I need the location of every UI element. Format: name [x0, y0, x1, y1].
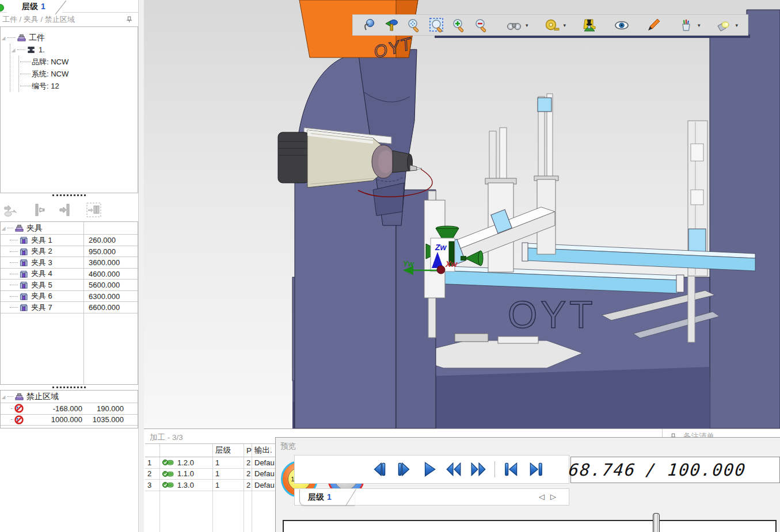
no-entry-icon	[14, 415, 24, 424]
forbidden-root-row[interactable]: ◢ 禁止区域	[1, 391, 138, 403]
workpiece-icon	[17, 33, 26, 42]
col-level[interactable]: 层级	[213, 444, 244, 457]
move-right-button[interactable]	[58, 201, 75, 219]
annotation-tools-icon[interactable]	[678, 17, 695, 34]
step-back-button[interactable]	[371, 461, 388, 478]
fixture-icon	[19, 258, 29, 267]
fast-forward-button[interactable]	[470, 461, 487, 478]
skip-end-button[interactable]	[527, 461, 545, 478]
tree-node-workpiece[interactable]: ◢ 工件	[1, 32, 138, 44]
fixture-row[interactable]: 夹具 6 6300.000	[1, 291, 138, 303]
rewind-button[interactable]	[445, 461, 462, 478]
machining-row[interactable]: 3 1.3.0 1 2 Defau	[145, 480, 279, 491]
fixture-toolbar	[0, 199, 138, 221]
forbidden-group-icon	[14, 392, 24, 401]
tree-node-part[interactable]: ◢ 1.	[10, 44, 138, 56]
machining-table-empty-grid	[145, 491, 279, 532]
paste-grid-button[interactable]	[85, 201, 102, 219]
fixture-row[interactable]: 夹具 4 4600.000	[1, 269, 138, 280]
tab-level-1[interactable]: 层级1	[7, 0, 62, 13]
expand-triangle-icon[interactable]: ◢	[10, 47, 16, 53]
col-p[interactable]: P	[244, 444, 252, 457]
preview-tab-level-1[interactable]: 层级1	[299, 489, 355, 505]
y-axis-label: Yw	[403, 259, 414, 268]
panel-splitter[interactable]	[0, 193, 138, 197]
tree-prop-number[interactable]: 编号: 12	[19, 80, 138, 92]
sidebar-tab-bar: 层级1	[0, 0, 138, 13]
fixture-root-row[interactable]: ◢ 夹具	[1, 222, 138, 235]
playback-controls	[294, 455, 569, 484]
light-icon[interactable]	[716, 17, 733, 34]
status-dot	[0, 4, 4, 12]
status-ok-icon	[162, 459, 175, 466]
fixture-row[interactable]: 夹具 1 260.000	[1, 235, 138, 246]
tab-scroll-right-icon[interactable]: ▷	[550, 492, 562, 501]
zoom-pan-icon[interactable]	[406, 17, 423, 34]
preview-tab-bar: 层级1 ◁▷	[294, 488, 569, 506]
tree-label: 系统: NCW	[32, 69, 69, 79]
left-sidebar: 层级1 工件 / 夹具 / 禁止区域 ◢ 工件 ◢ 1. 品牌: NCW	[0, 0, 144, 532]
machine-3d-scene[interactable]: OYT OYT	[144, 0, 780, 428]
find-icon[interactable]	[505, 17, 523, 34]
expand-triangle-icon[interactable]: ◢	[1, 225, 6, 231]
part-icon	[26, 45, 36, 54]
move-left-button[interactable]	[30, 201, 47, 219]
workpiece-tree-panel: ◢ 工件 ◢ 1. 品牌: NCW 系统: NCW	[0, 26, 138, 193]
play-button[interactable]	[420, 461, 437, 478]
expand-triangle-icon[interactable]: ◢	[1, 35, 6, 41]
dropdown-arrow-icon[interactable]: ▾	[526, 22, 528, 28]
zoom-window-icon[interactable]	[428, 17, 446, 34]
machining-row[interactable]: 2 1.1.0 1 2 Defau	[145, 469, 279, 480]
origin-point	[437, 266, 445, 274]
forbidden-row[interactable]: -168.000 190.000	[1, 403, 138, 415]
fixture-row[interactable]: 夹具 5 5600.000	[1, 280, 138, 291]
rotate-view-icon[interactable]	[361, 17, 378, 34]
tool-simulation-icon[interactable]	[581, 17, 598, 34]
preview-title: 预览	[280, 441, 296, 451]
orient-view-icon[interactable]	[383, 17, 401, 34]
transfer-fixture-button[interactable]	[2, 201, 20, 219]
tree-prop-system[interactable]: 系统: NCW	[19, 68, 138, 80]
fixture-row[interactable]: 夹具 3 3600.000	[1, 257, 138, 269]
tree-label: 1.	[39, 45, 45, 54]
fixture-icon	[19, 236, 29, 244]
machine-logo: OYT	[508, 293, 596, 336]
step-forward-button[interactable]	[395, 461, 413, 478]
zoom-out-icon[interactable]	[473, 17, 490, 34]
paint-brush-icon[interactable]	[645, 17, 663, 34]
progress-current: 68.746	[568, 460, 637, 480]
forbidden-row[interactable]: 1000.000 1035.000	[1, 415, 138, 426]
fixture-icon	[19, 303, 29, 312]
timeline-track[interactable]	[283, 520, 777, 532]
cam-simulation-app: { "colors": { "machine_purple": "#666a94…	[0, 0, 780, 532]
fixture-group-icon	[14, 224, 24, 232]
tree-label: 工件	[29, 33, 45, 43]
timeline-handle[interactable]	[653, 513, 660, 532]
pin-icon[interactable]	[125, 16, 134, 24]
machine-main-column	[295, 49, 436, 428]
preview-panel: 预览 100% 425% 68.746 /	[275, 437, 780, 532]
viewport-3d[interactable]: OYT OYT	[144, 0, 780, 428]
dropdown-arrow-icon[interactable]: ▾	[564, 22, 566, 28]
visibility-eye-icon[interactable]	[613, 17, 630, 34]
measure-icon[interactable]	[543, 17, 561, 34]
zoom-in-icon[interactable]	[451, 17, 468, 34]
sidebar-panel-header: 工件 / 夹具 / 禁止区域	[0, 13, 138, 26]
z-axis-label: Zw	[435, 243, 447, 252]
fixture-table-panel: ◢ 夹具 夹具 1 260.000 夹具 2 950.000 夹具 3 3600…	[0, 221, 138, 385]
tree-prop-brand[interactable]: 品牌: NCW	[19, 56, 138, 68]
expand-triangle-icon[interactable]: ◢	[1, 394, 6, 400]
dropdown-arrow-icon[interactable]: ▾	[736, 22, 739, 28]
machining-row[interactable]: 1 1.2.0 1 2 Defau	[145, 457, 279, 469]
tab-scroll-left-icon[interactable]: ◁	[539, 492, 550, 501]
skip-start-button[interactable]	[503, 461, 520, 478]
sidebar-divider[interactable]	[138, 0, 144, 532]
dropdown-arrow-icon[interactable]: ▾	[698, 22, 701, 28]
progress-separator: /	[645, 460, 659, 480]
fixture-row[interactable]: 夹具 7 6600.000	[1, 302, 138, 313]
fixture-row[interactable]: 夹具 2 950.000	[1, 246, 138, 258]
panel-splitter[interactable]	[0, 385, 138, 389]
tab-number: 1	[41, 2, 45, 11]
machining-title: 加工 - 3/3	[150, 433, 183, 443]
fixture-icon	[19, 281, 29, 289]
